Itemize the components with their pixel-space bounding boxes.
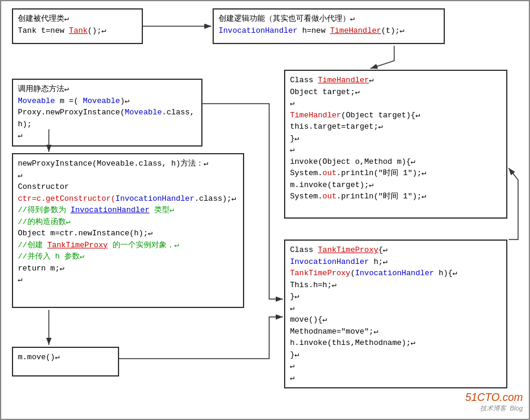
box6-invoke: invoke(Object o,Method m){↵ xyxy=(290,156,501,168)
box7-blank2: ↵ xyxy=(290,360,501,372)
box7-close2: }↵ xyxy=(290,349,501,361)
watermark: 51CTO.com 技术博客 Blog xyxy=(465,391,523,413)
box7-constructor: TankTimeProxy(InvocationHandler h){↵ xyxy=(290,267,501,279)
box3-line1: Moveable m =( Moveable)↵ xyxy=(18,95,197,107)
diagram-container: 创建被代理类↵ Tank t=new Tank();↵ 创建逻辑功能（其实也可看… xyxy=(0,0,530,420)
box6-blank2: ↵ xyxy=(290,144,501,156)
box7-hinvoke: h.invoke(this,Methodname);↵ xyxy=(290,337,501,349)
box3-line3: ↵ xyxy=(18,130,197,142)
box6-sysout2: System.out.println("时间 1");↵ xyxy=(290,191,501,203)
box-timehandler: Class TimeHandler↵ Object target;↵ ↵ Tim… xyxy=(284,70,507,219)
box7-title: Class TankTimeProxy{↵ xyxy=(290,244,501,256)
box4-blank1: ↵ xyxy=(18,170,238,182)
box4-comment3: //创建 TankTimeProxy 的一个实例对象，↵ xyxy=(18,239,238,251)
box4-blank2: ↵ xyxy=(18,274,238,286)
watermark-text: 51CTO.com xyxy=(465,391,523,403)
box6-minvoke: m.invoke(target);↵ xyxy=(290,179,501,191)
box-newproxy-method: newProxyInstance(Moveable.class, h)方法：↵ … xyxy=(12,153,244,308)
box6-this: this.target=target;↵ xyxy=(290,121,501,133)
box4-newinstance: Object m=ctr.newInstance(h);↵ xyxy=(18,228,238,239)
box7-move: move(){↵ xyxy=(290,314,501,326)
box2-line1: InvocationHandler h=new TimeHandler(t);↵ xyxy=(219,25,439,37)
box4-getconstructor: ctr=c.getConstructor(InvocationHandler.c… xyxy=(18,193,238,205)
box4-comment4: //并传入 h 参数↵ xyxy=(18,251,238,263)
box3-line2: Proxy.newProxyInstance(Moveable.class, h… xyxy=(18,107,197,130)
box-static-method: 调用静态方法↵ Moveable m =( Moveable)↵ Proxy.n… xyxy=(12,79,202,147)
box7-blank3: ↵ xyxy=(290,372,501,384)
box2-title: 创建逻辑功能（其实也可看做小代理）↵ xyxy=(219,13,439,25)
box-tanktimeproxy: Class TankTimeProxy{↵ InvocationHandler … xyxy=(284,239,507,388)
box7-handler: InvocationHandler h;↵ xyxy=(290,256,501,268)
box7-methodname: Methodname="move";↵ xyxy=(290,326,501,338)
box4-title: newProxyInstance(Moveable.class, h)方法：↵ xyxy=(18,158,238,170)
box7-blank: ↵ xyxy=(290,303,501,315)
box6-close1: }↵ xyxy=(290,133,501,145)
watermark-sub: 技术博客 Blog xyxy=(465,404,523,413)
box6-sysout1: System.out.println("时间 1");↵ xyxy=(290,167,501,179)
box6-blank: ↵ xyxy=(290,98,501,110)
box6-line1: Object target;↵ xyxy=(290,86,501,98)
box4-comment2: //的构造函数↵ xyxy=(18,216,238,228)
box7-close1: }↵ xyxy=(290,291,501,303)
box6-constructor: TimeHandler(Object target){↵ xyxy=(290,110,501,122)
box4-comment1: //得到参数为 InvocationHandler 类型↵ xyxy=(18,204,238,216)
box-create-proxy-class: 创建被代理类↵ Tank t=new Tank();↵ xyxy=(12,8,143,44)
box3-title: 调用静态方法↵ xyxy=(18,83,197,95)
box1-line1: Tank t=new Tank();↵ xyxy=(18,25,137,37)
box1-title: 创建被代理类↵ xyxy=(18,13,137,25)
box5-text: m.move()↵ xyxy=(18,351,113,363)
box6-title: Class TimeHandler↵ xyxy=(290,74,501,86)
box-create-handler: 创建逻辑功能（其实也可看做小代理）↵ InvocationHandler h=n… xyxy=(213,8,445,44)
box4-return: return m;↵ xyxy=(18,263,238,275)
box4-constructor: Constructor xyxy=(18,181,238,193)
box7-this: This.h=h;↵ xyxy=(290,279,501,291)
box-mmove: m.move()↵ xyxy=(12,347,119,377)
